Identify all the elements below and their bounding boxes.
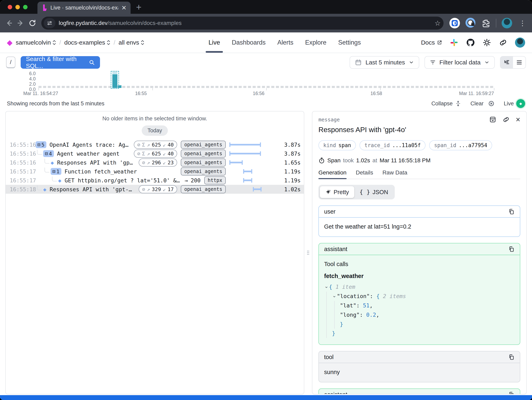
tokens-down-icon: ↙ — [163, 142, 166, 148]
zoom-window-button[interactable] — [23, 5, 27, 9]
password-manager-extension-icon[interactable] — [465, 18, 476, 29]
env-selector[interactable]: all envs — [119, 39, 145, 46]
reload-icon[interactable] — [28, 19, 37, 28]
span-row[interactable]: 16:55:17 ◆ GET httpbin.org/get ? lat='51… — [6, 176, 304, 185]
site-settings-icon[interactable] — [44, 18, 56, 28]
today-pill[interactable]: Today — [142, 125, 168, 136]
copy-icon[interactable] — [508, 208, 515, 215]
github-icon[interactable] — [466, 38, 475, 47]
span-row-selected[interactable]: 16:55:18 ◆ Responses API with 'gpt-4o' ⊘… — [6, 185, 304, 194]
logfire-favicon — [42, 5, 47, 11]
updown-chevron-icon — [107, 40, 110, 45]
browser-toolbar: logfire.pydantic.dev/samuelcolvin/docs-e… — [0, 14, 532, 32]
clear-button[interactable]: Clear — [470, 101, 494, 107]
span-id-pill[interactable]: span_id...a77954 — [429, 140, 492, 150]
x-tick-label: Mar 11. 16:59:27 — [459, 91, 494, 96]
browser-profile-avatar[interactable] — [502, 18, 512, 28]
tree-connector — [37, 185, 42, 190]
tab-details[interactable]: Details — [356, 169, 373, 179]
filter-controls: Last 5 minutes Filter local data — [350, 56, 526, 69]
pretty-toggle-button[interactable]: Pretty — [320, 186, 354, 198]
project-selector[interactable]: docs-examples — [64, 39, 110, 46]
span-collapse-badge[interactable]: ⊟5 — [36, 141, 46, 148]
chart-x-ticks — [38, 88, 494, 90]
dock-panel-icon[interactable] — [489, 116, 496, 123]
close-window-button[interactable] — [8, 5, 12, 9]
tab-generation[interactable]: Generation — [318, 169, 347, 179]
close-panel-icon[interactable]: × — [516, 116, 520, 123]
filter-row: / Search & filter with SQL... Last 5 min… — [0, 53, 532, 72]
tab-settings[interactable]: Settings — [338, 32, 361, 53]
logfire-logo-icon: ◆ — [7, 39, 13, 46]
span-row[interactable]: 16:55:17 ⊟1 Function fetch_weather opena… — [6, 167, 304, 176]
duration-bar — [253, 188, 261, 190]
bitwarden-extension-icon[interactable] — [449, 18, 460, 29]
tool-calls-label: Tool calls — [324, 261, 515, 267]
empty-notice: No older items in the selected time wind… — [6, 111, 304, 122]
chart-selection[interactable] — [111, 71, 119, 89]
collapse-button[interactable]: Collapse — [431, 101, 461, 107]
new-tab-button[interactable]: + — [136, 2, 141, 12]
span-collapse-badge[interactable]: ⊟1 — [51, 168, 61, 175]
forward-icon[interactable] — [16, 19, 25, 28]
back-icon[interactable] — [5, 19, 13, 28]
timeline-chart[interactable]: 6.0 4.0 2.0 0.0 Mar 11. 16:54:27 16:55 1… — [0, 72, 532, 97]
span-row[interactable]: 16:55:16 ◆ Responses API with 'gpt-4o' ⊘… — [6, 158, 304, 167]
span-row[interactable]: 16:55:16 ⊟4 Agent weather agent ⊘Σ↗625↙4… — [6, 149, 304, 158]
toolbar-divider — [496, 19, 496, 28]
token-usage-pill: ⊘↗296↙23 — [139, 158, 177, 167]
copy-link-icon[interactable] — [502, 116, 510, 123]
drag-handle-icon[interactable] — [306, 250, 310, 255]
tokens-down-icon: ↙ — [163, 160, 166, 166]
tab-explore[interactable]: Explore — [305, 32, 326, 53]
org-selector[interactable]: samuelcolvin — [16, 39, 56, 46]
json-location-line[interactable]: ›"location": { 2 items — [332, 292, 515, 301]
share-link-icon[interactable] — [499, 38, 507, 47]
json-root-line[interactable]: ›{ 1 item — [324, 282, 515, 292]
span-duration: 3.87s — [280, 142, 301, 148]
copy-icon[interactable] — [508, 354, 515, 360]
trace-id-pill[interactable]: trace_id...11a05f — [360, 140, 425, 150]
tab-raw-data[interactable]: Raw Data — [382, 169, 407, 179]
tab-dashboards[interactable]: Dashboards — [232, 32, 266, 53]
url-bar[interactable]: logfire.pydantic.dev/samuelcolvin/docs-e… — [41, 17, 443, 30]
tab-strip: Live · samuelcolvin/docs-exa ✕ + — [0, 0, 532, 14]
span-diamond-icon: ◆ — [51, 160, 54, 166]
docs-link[interactable]: Docs — [421, 39, 442, 46]
chevron-down-icon — [409, 60, 414, 65]
theme-sun-icon[interactable] — [483, 38, 491, 47]
list-view-button[interactable] — [513, 57, 526, 68]
user-avatar[interactable] — [515, 38, 525, 48]
tab-alerts[interactable]: Alerts — [277, 32, 293, 53]
calendar-icon — [355, 59, 362, 66]
span-time: 16:55:16 — [10, 151, 36, 157]
slack-icon[interactable] — [450, 38, 458, 47]
span-time: 16:55:18 — [10, 186, 36, 193]
copy-icon[interactable] — [508, 391, 515, 394]
browser-tab[interactable]: Live · samuelcolvin/docs-exa ✕ — [38, 2, 131, 14]
tree-view-button[interactable] — [500, 57, 513, 68]
bookmark-star-icon[interactable]: ☆ — [435, 19, 441, 27]
live-button[interactable]: Live ◆ — [504, 99, 525, 108]
panel-divider[interactable] — [304, 111, 312, 394]
tree-connector — [44, 168, 49, 172]
message-text: sunny — [319, 363, 520, 382]
browser-menu-icon[interactable]: ⋮ — [517, 19, 527, 27]
extensions-puzzle-icon[interactable] — [481, 19, 490, 28]
json-toggle-button[interactable]: { } JSON — [354, 186, 393, 198]
search-input[interactable]: Search & filter with SQL... — [21, 56, 100, 69]
coin-icon: ⊘ — [137, 142, 140, 148]
message-role: tool — [324, 354, 334, 361]
copy-icon[interactable] — [508, 246, 515, 252]
span-collapse-badge[interactable]: ⊟4 — [43, 150, 54, 157]
minimize-window-button[interactable] — [15, 5, 20, 9]
time-range-dropdown[interactable]: Last 5 minutes — [350, 56, 419, 69]
slash-shortcut-key: / — [6, 57, 15, 68]
filter-local-data-dropdown[interactable]: Filter local data — [424, 56, 495, 69]
tab-live[interactable]: Live — [209, 32, 220, 53]
tab-close-icon[interactable]: ✕ — [121, 4, 127, 11]
span-row[interactable]: 16:55:16 ⊟5 OpenAI Agents trace: Agent w… — [6, 140, 304, 149]
duration-lane — [229, 140, 280, 149]
y-tick: 2.0 — [20, 81, 36, 87]
chart-plot-area[interactable] — [38, 72, 494, 88]
